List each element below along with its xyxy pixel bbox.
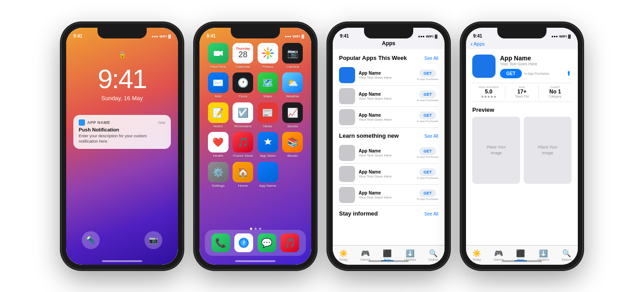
detail-tab-updates[interactable]: ⬇️ Updates — [538, 249, 549, 261]
app-label-camera: Camera — [286, 65, 299, 69]
app-item-stocks[interactable]: 📈 Stocks — [282, 102, 304, 129]
phone-1-screen: 9:41 ●●● WiFi ▓ 🔒 9:41 Sunday, 16 May — [66, 28, 178, 265]
app-item-health[interactable]: ❤️ Health — [208, 132, 229, 158]
get-btn-3[interactable]: GET — [419, 111, 436, 119]
dock-phone[interactable]: 📞 — [212, 233, 230, 252]
back-label[interactable]: Apps — [474, 41, 485, 47]
app-item-mail[interactable]: ✉️ Mail — [208, 72, 229, 99]
detail-get-btn[interactable]: GET — [500, 69, 522, 78]
back-arrow[interactable]: ‹ — [470, 40, 473, 47]
dock-phone-icon: 📞 — [212, 233, 230, 252]
app-item-home-app[interactable]: 🏠 Home — [233, 162, 254, 188]
phone-2-screen: 9:41 ●●● WiFi ▓ FaceTime — [199, 28, 311, 265]
phone-2: 9:41 ●●● WiFi ▓ FaceTime — [195, 23, 316, 269]
app-item-camera[interactable]: 📷 Camera — [282, 43, 304, 69]
app-label-stocks: Stocks — [287, 124, 298, 129]
app-item-calendar[interactable]: Thursday 28 Calendar — [233, 43, 254, 69]
detail-tab-games[interactable]: 🎮 Games — [494, 249, 504, 261]
detail-tab-apps[interactable]: ⬛ Apps — [516, 249, 525, 261]
tab-today[interactable]: ☀️ Today — [339, 249, 348, 261]
see-all-stay[interactable]: See All — [424, 212, 438, 216]
dock-music-icon: 🎵 — [280, 233, 299, 252]
list-item-3: App Name Your Text Goes Here GET In-App … — [339, 107, 438, 128]
get-btn-2[interactable]: GET — [419, 90, 436, 98]
list-item-2: App Name Your Text Goes Here GET In-App … — [339, 86, 438, 107]
rating-col-chart: CHART No 1 Category — [539, 86, 572, 99]
detail-tab-search-label: Search — [562, 258, 572, 261]
app-item-custom[interactable]: App Name — [257, 162, 279, 188]
app-item-photos[interactable]: Photos — [257, 43, 279, 69]
app-label-calendar: Calendar — [236, 65, 250, 69]
tab-today-icon: ☀️ — [339, 249, 348, 258]
app-icon-stocks: 📈 — [282, 102, 303, 123]
app-item-reminders[interactable]: ☑️ Reminders — [233, 102, 254, 129]
list-name-5: App Name — [359, 169, 413, 174]
phone-1: 9:41 ●●● WiFi ▓ 🔒 9:41 Sunday, 16 May — [62, 23, 182, 269]
app-icon-settings: ⚙️ — [208, 162, 229, 182]
torch-button[interactable]: 🔦 — [82, 231, 100, 249]
phone-3: 9:41 ●●● WiFi ▓ Apps Popular Apps This W… — [328, 23, 449, 269]
app-icon-clock: 🕐 — [233, 72, 253, 93]
detail-nav: ‹ Apps — [470, 40, 485, 47]
dock-messages[interactable]: 💬 — [258, 233, 276, 252]
app-label-home-app: Home — [238, 184, 248, 188]
signal-icon-2: ●●● — [285, 34, 292, 38]
detail-share-icon[interactable]: ⬆ — [566, 70, 572, 77]
app-label-reminders: Reminders — [234, 124, 252, 129]
app-item-news[interactable]: 📰 News — [257, 102, 279, 129]
list-sub-5: Your Text Goes Here — [359, 174, 413, 178]
phone-4-screen: 9:41 ●●● WiFi ▓ ‹ Apps — [466, 28, 578, 265]
list-name-6: App Name — [359, 190, 413, 195]
detail-in-app: In-App Purchases — [525, 72, 550, 75]
battery-icon-4: ▓ — [568, 34, 571, 38]
app-item-ibooks[interactable]: 📚 iBooks — [282, 132, 304, 158]
get-btn-6[interactable]: GET — [419, 189, 436, 197]
status-time-4: 9:41 — [473, 34, 482, 38]
list-info-3: App Name Your Text Goes Here — [359, 113, 413, 122]
detail-tab-today[interactable]: ☀️ Today — [472, 249, 481, 261]
notif-app-icon — [79, 119, 85, 126]
tab-games-icon: 🎮 — [361, 249, 370, 258]
appstore-content: Popular Apps This Week See All App Name … — [333, 49, 445, 245]
in-app-5: In-App Purchases — [417, 177, 438, 179]
app-label-news: News — [263, 124, 272, 129]
app-item-itunes[interactable]: 🎵 iTunes Store — [233, 132, 254, 158]
tab-apps[interactable]: ⬛ Apps — [383, 249, 392, 261]
dock-music[interactable]: 🎵 — [280, 233, 299, 252]
app-item-settings[interactable]: ⚙️ Settings — [208, 162, 229, 188]
signal-icon-1: ●●● — [152, 34, 158, 38]
get-btn-1[interactable]: GET — [419, 69, 436, 77]
detail-tab-search[interactable]: 🔍 Search — [562, 249, 572, 261]
list-icon-4 — [339, 145, 355, 161]
see-all-learn[interactable]: See All — [424, 134, 438, 139]
dock-safari[interactable] — [234, 233, 253, 252]
tab-games[interactable]: 🎮 Games — [360, 249, 371, 261]
status-time-2: 9:41 — [207, 34, 216, 38]
home-indicator-3 — [369, 260, 409, 262]
app-item-facetime[interactable]: FaceTime — [208, 43, 229, 69]
see-all-popular[interactable]: See All — [424, 56, 438, 61]
lock-icon: 🔒 — [66, 51, 178, 58]
detail-tab-apps-icon: ⬛ — [516, 249, 525, 258]
age-sub: Years Old — [515, 95, 529, 98]
get-col-6: GET In-App Purchases — [417, 189, 438, 200]
list-sub-4: Your Text Goes Here — [359, 153, 413, 157]
tab-updates[interactable]: ⬇️ Updates — [404, 249, 416, 261]
app-label-itunes: iTunes Store — [233, 154, 253, 158]
list-sub-2: Your Text Goes Here — [359, 97, 413, 101]
phone-3-screen: 9:41 ●●● WiFi ▓ Apps Popular Apps This W… — [333, 28, 445, 265]
get-btn-4[interactable]: GET — [419, 147, 436, 155]
app-icon-news: 📰 — [258, 102, 278, 123]
get-btn-5[interactable]: GET — [419, 168, 436, 176]
app-item-maps[interactable]: 🗺️ Maps — [257, 72, 279, 99]
camera-button[interactable]: 📷 — [144, 231, 162, 249]
app-item-notes[interactable]: 📝 Notes — [208, 102, 229, 129]
detail-get-row: GET In-App Purchases ⬆ — [500, 69, 572, 78]
phones-container: 9:41 ●●● WiFi ▓ 🔒 9:41 Sunday, 16 May — [53, 14, 591, 278]
status-icons-2: ●●● WiFi ▓ — [285, 34, 304, 38]
app-item-weather[interactable]: ⛅ Weather — [282, 72, 304, 99]
app-item-clock[interactable]: 🕐 Clock — [233, 72, 254, 99]
page-dot-1 — [250, 228, 252, 230]
app-item-appstore[interactable]: App Store — [257, 132, 279, 158]
tab-search[interactable]: 🔍 Search — [428, 249, 438, 261]
